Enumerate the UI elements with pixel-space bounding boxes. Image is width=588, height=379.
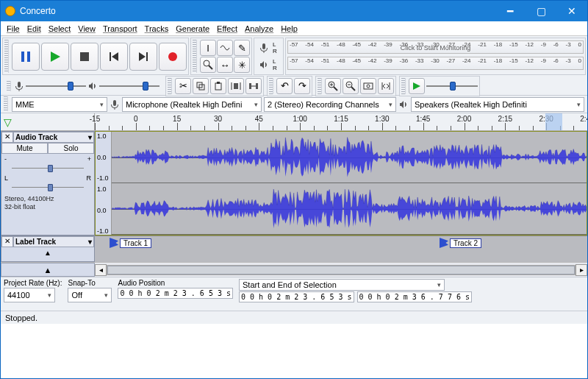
fit-selection-button[interactable] xyxy=(360,78,376,94)
tracks-collapse-button[interactable]: ▲ xyxy=(1,263,95,277)
device-toolbar: MME▾ Microphone (Realtek High Defini▾ 2 … xyxy=(1,96,587,113)
undo-button[interactable]: ↶ xyxy=(276,78,293,94)
label-marker[interactable]: Track 2 xyxy=(440,238,481,248)
scroll-right-button[interactable]: ▸ xyxy=(576,264,587,276)
snap-to-label: Snap-To xyxy=(68,279,112,287)
menu-help[interactable]: Help xyxy=(278,24,301,33)
menu-view[interactable]: View xyxy=(75,24,98,33)
label-marker[interactable]: Track 1 xyxy=(110,238,151,248)
envelope-tool-icon[interactable] xyxy=(217,40,233,56)
recording-device-select[interactable]: Microphone (Realtek High Defini▾ xyxy=(122,97,262,112)
scroll-left-button[interactable]: ◂ xyxy=(95,264,107,276)
multi-tool-icon[interactable]: ✳ xyxy=(234,57,250,73)
collapse-button[interactable]: ▲ xyxy=(1,247,94,258)
window-title: Concerto xyxy=(20,6,495,16)
track-close-button[interactable]: ✕ xyxy=(1,132,13,143)
track-name[interactable]: Label Track▾ xyxy=(13,236,94,247)
menu-file[interactable]: File xyxy=(4,24,23,33)
play-at-speed-button[interactable] xyxy=(409,78,425,94)
label-track-body[interactable]: Track 1Track 2 xyxy=(95,235,587,262)
mic-icon xyxy=(256,40,272,56)
project-rate-select[interactable]: 44100▾ xyxy=(4,288,55,302)
vertical-scale: 1.0 0.0 -1.0 1.0 0.0 -1.0 xyxy=(96,132,112,235)
audio-position-field[interactable]: 0 0 h 0 2 m 2 3 . 6 5 3 s xyxy=(118,288,233,299)
audio-position-label: Audio Position xyxy=(118,279,233,287)
svg-line-24 xyxy=(334,87,337,91)
toolbar-row-1: I ✎ ↔ ✳ LR LR -57-54-51-48-45-42-39-36-3… xyxy=(1,36,587,77)
horizontal-scrollbar[interactable]: ◂ ▸ xyxy=(95,263,587,277)
play-button[interactable] xyxy=(41,43,69,71)
draw-tool-icon[interactable]: ✎ xyxy=(234,40,250,56)
audio-host-select[interactable]: MME▾ xyxy=(12,97,107,112)
project-rate-label: Project Rate (Hz): xyxy=(4,279,62,287)
track-info: Stereo, 44100Hz32-bit float xyxy=(4,194,91,211)
close-button[interactable]: ✕ xyxy=(556,1,587,21)
selection-mode-select[interactable]: Start and End of Selection▾ xyxy=(239,279,445,291)
cut-button[interactable]: ✂ xyxy=(175,78,191,94)
svg-marker-5 xyxy=(112,52,118,61)
pin-icon[interactable]: ▽ xyxy=(4,116,12,128)
svg-rect-19 xyxy=(256,83,258,89)
skip-start-button[interactable] xyxy=(100,43,128,71)
copy-button[interactable] xyxy=(193,78,209,94)
maximize-button[interactable]: ▢ xyxy=(526,1,556,21)
playback-device-select[interactable]: Speakers (Realtek High Definiti▾ xyxy=(411,97,584,112)
mixer-toolbar xyxy=(4,81,162,91)
track-name[interactable]: Audio Track▾ xyxy=(13,132,94,143)
svg-line-10 xyxy=(209,65,212,69)
paste-button[interactable] xyxy=(210,78,226,94)
selection-start-field[interactable]: 0 0 h 0 2 m 2 3 . 6 5 3 s xyxy=(239,291,354,302)
solo-button[interactable]: Solo xyxy=(48,143,94,154)
waveform-area[interactable]: 1.0 0.0 -1.0 1.0 0.0 -1.0 xyxy=(95,131,587,235)
status-bar: Stopped. xyxy=(1,311,587,324)
stop-button[interactable] xyxy=(71,43,98,71)
menu-transport[interactable]: Transport xyxy=(100,24,140,33)
selection-tool-icon[interactable]: I xyxy=(200,40,216,56)
mute-button[interactable]: Mute xyxy=(1,143,48,154)
svg-rect-28 xyxy=(364,83,373,89)
pause-button[interactable] xyxy=(12,43,40,71)
recording-channels-select[interactable]: 2 (Stereo) Recording Channels▾ xyxy=(264,97,396,112)
menu-bar: File Edit Select View Transport Tracks G… xyxy=(1,21,587,36)
playback-meter[interactable]: -57-54-51-48-45-42-39-36-33-30-27-24-21-… xyxy=(287,56,584,71)
timeshift-tool-icon[interactable]: ↔ xyxy=(217,57,233,73)
status-text: Stopped. xyxy=(5,314,37,322)
snap-to-select[interactable]: Off▾ xyxy=(68,288,112,302)
play-at-speed-toolbar xyxy=(399,76,480,96)
svg-point-8 xyxy=(168,52,177,61)
recording-volume-slider[interactable] xyxy=(26,82,86,91)
svg-rect-3 xyxy=(80,52,89,61)
gain-slider[interactable] xyxy=(4,165,91,172)
menu-generate[interactable]: Generate xyxy=(173,24,212,33)
zoom-out-button[interactable] xyxy=(343,78,359,94)
track-close-button[interactable]: ✕ xyxy=(1,236,13,247)
zoom-in-button[interactable] xyxy=(325,78,341,94)
menu-effect[interactable]: Effect xyxy=(214,24,240,33)
menu-edit[interactable]: Edit xyxy=(24,24,44,33)
menu-select[interactable]: Select xyxy=(46,24,74,33)
zoom-toolbar xyxy=(315,76,396,96)
fit-project-button[interactable] xyxy=(378,78,394,94)
zoom-tool-icon[interactable] xyxy=(200,57,216,73)
playback-speed-slider[interactable] xyxy=(426,82,478,91)
trim-button[interactable] xyxy=(228,78,244,94)
minimize-button[interactable]: ━ xyxy=(495,1,526,21)
skip-end-button[interactable] xyxy=(129,43,157,71)
svg-rect-13 xyxy=(215,83,221,90)
selection-end-field[interactable]: 0 0 h 0 2 m 3 6 . 7 7 6 s xyxy=(357,291,473,302)
recording-meter[interactable]: -57-54-51-48-45-42-39-36-33-30-27-24-21-… xyxy=(287,40,584,54)
tools-toolbar: I ✎ ↔ ✳ xyxy=(190,38,252,75)
menu-analyze[interactable]: Analyze xyxy=(242,24,276,33)
pan-slider[interactable] xyxy=(4,184,91,191)
playback-volume-slider[interactable] xyxy=(99,82,159,91)
menu-tracks[interactable]: Tracks xyxy=(142,24,172,33)
mic-icon xyxy=(110,99,120,110)
speaker-icon xyxy=(398,99,409,110)
silence-button[interactable] xyxy=(245,78,262,94)
record-button[interactable] xyxy=(159,43,187,71)
timeline-ruler[interactable]: ▽ -1501530451:001:151:301:452:002:152:30… xyxy=(1,113,587,131)
selection-toolbar: Project Rate (Hz): 44100▾ Snap-To Off▾ A… xyxy=(1,277,587,311)
svg-rect-14 xyxy=(217,82,220,84)
svg-marker-32 xyxy=(413,82,420,90)
redo-button[interactable]: ↷ xyxy=(294,78,310,94)
